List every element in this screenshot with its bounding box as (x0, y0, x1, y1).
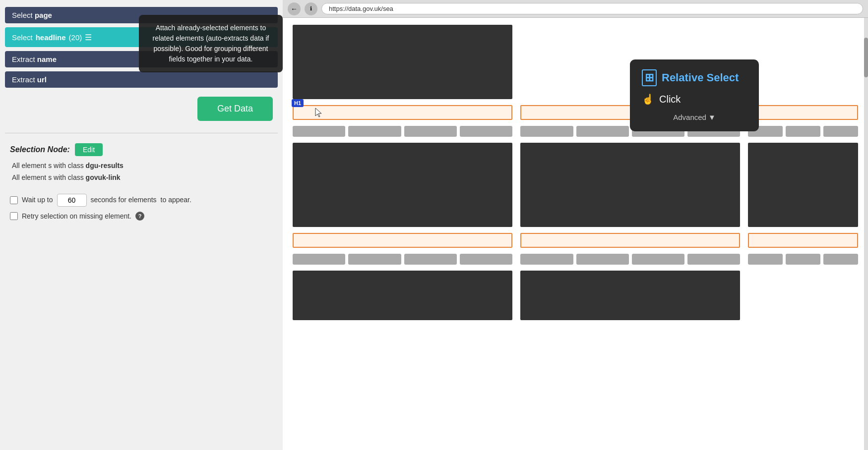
gray-pill-3b (786, 126, 820, 137)
wait-checkbox[interactable] (10, 196, 18, 204)
orange-bar-selected[interactable]: H1 (293, 105, 512, 120)
extract-name-label: Extract (12, 55, 35, 63)
wait-line2: to appear. (161, 194, 191, 206)
wait-row: Wait up to seconds for elements to appea… (10, 194, 273, 207)
gray-pill-2f (576, 254, 629, 265)
orange-bar-2b[interactable] (520, 233, 740, 248)
dark-block-2-1 (520, 143, 740, 227)
back-button[interactable]: ← (288, 2, 301, 15)
gray-pill-2e (520, 254, 573, 265)
retry-checkbox[interactable] (10, 212, 18, 220)
page-content: H1 (283, 18, 868, 327)
wait-suffix: seconds for elements (91, 194, 157, 206)
gray-pill-2h (687, 254, 740, 265)
edit-button[interactable]: Edit (75, 143, 103, 156)
retry-section: Retry selection on missing element. ? (0, 207, 283, 221)
retry-label: Retry selection on missing element. (22, 212, 131, 220)
click-label: Click (659, 94, 681, 105)
browser-bar: ← ℹ https://data.gov.uk/sea (283, 0, 868, 18)
selected-h1-container: H1 (293, 105, 512, 120)
extract-url-bold: url (37, 75, 47, 84)
gray-pill-1d (460, 126, 512, 137)
gray-pill-1f (348, 254, 401, 265)
select-headline-bold: headline (36, 33, 66, 42)
preview-col-1: H1 (293, 25, 512, 320)
relative-select-icon: ⊞ (642, 69, 657, 86)
tooltip-bubble: Attach already-selected elements to rela… (139, 15, 283, 72)
hand-pointer-icon: ☝ (642, 93, 654, 105)
select-headline-left: Select headline (20) ☰ (12, 33, 92, 42)
gray-pills-1b (293, 254, 512, 265)
selection-node-label: Selection Node: (10, 145, 70, 154)
relative-select-title: ⊞ Relative Select (642, 69, 747, 86)
selection-node-section: Selection Node: Edit All element s with … (0, 138, 283, 189)
gray-pill-2g (632, 254, 684, 265)
gray-pill-1h (460, 254, 512, 265)
url-bar[interactable]: https://data.gov.uk/sea (321, 3, 863, 14)
wait-prefix: Wait up to (22, 194, 53, 206)
help-icon[interactable]: ? (135, 212, 144, 221)
gray-pill-1a (293, 126, 345, 137)
orange-bar-3b[interactable] (748, 233, 858, 248)
selection-node-info: All element s with class dgu-results All… (10, 160, 273, 184)
dark-block-1-2 (293, 143, 512, 227)
left-panel: Attach already-selected elements to rela… (0, 0, 283, 450)
gray-pill-3e (786, 254, 820, 265)
divider (5, 133, 278, 133)
dark-block-2-2 (520, 271, 740, 320)
get-data-button[interactable]: Get Data (197, 97, 273, 121)
gray-pill-2b (576, 126, 629, 137)
gray-pills-3b (748, 254, 858, 265)
selection-line2: All element s with class govuk-link (12, 172, 273, 184)
info-button[interactable]: ℹ (305, 2, 317, 15)
preview-columns: H1 (288, 23, 863, 322)
scrollbar-thumb[interactable] (864, 38, 868, 77)
select-page-label: Select (12, 11, 33, 19)
cursor-icon (313, 107, 323, 119)
wait-section: Wait up to seconds for elements to appea… (0, 189, 283, 207)
dark-block-3-1 (748, 143, 858, 227)
preview-col-3 (748, 25, 858, 320)
advanced-label: Advanced (673, 113, 706, 121)
gray-pills-2b (520, 254, 740, 265)
select-page-bold: page (35, 11, 52, 19)
select-headline-label: Select (12, 33, 33, 42)
selection-line1: All element s with class dgu-results (12, 160, 273, 172)
gray-pill-1c (404, 126, 457, 137)
gray-pill-3d (748, 254, 783, 265)
gray-pill-2a (520, 126, 573, 137)
gray-pill-1g (404, 254, 457, 265)
spacer-3 (748, 25, 858, 99)
gray-pills-1 (293, 126, 512, 137)
relative-select-label: Relative Select (662, 71, 739, 84)
advanced-row: Advanced ▼ (642, 113, 747, 121)
right-panel: ← ℹ https://data.gov.uk/sea H1 (283, 0, 868, 450)
h1-badge: H1 (292, 99, 304, 107)
advanced-button[interactable]: Advanced ▼ (673, 113, 716, 121)
url-text: https://data.gov.uk/sea (329, 5, 393, 12)
scrollbar[interactable] (864, 18, 868, 450)
orange-bar-3[interactable] (748, 105, 858, 120)
list-icon: ☰ (85, 33, 92, 42)
select-headline-count: (20) (69, 33, 82, 42)
gray-pill-1e (293, 254, 345, 265)
gray-pill-1b (348, 126, 401, 137)
orange-bar-1[interactable] (293, 233, 512, 248)
click-row: ☝ Click (642, 93, 747, 105)
extract-name-bold: name (37, 55, 57, 63)
relative-select-popup: ⊞ Relative Select ☝ Click Advanced ▼ (630, 59, 759, 131)
preview-wrapper: H1 (283, 18, 868, 450)
extract-url-label: Extract (12, 75, 35, 84)
wait-input[interactable] (57, 194, 87, 207)
dark-block-1-1 (293, 25, 512, 99)
gray-pills-3a (748, 126, 858, 137)
dark-block-1-3 (293, 271, 512, 320)
gray-pill-3c (823, 126, 858, 137)
selection-node-header: Selection Node: Edit (10, 143, 273, 156)
chevron-down-icon: ▼ (708, 113, 716, 121)
gray-pill-3f (823, 254, 858, 265)
extract-url-row[interactable]: Extract url (5, 71, 278, 88)
tooltip-text: Attach already-selected elements to rela… (152, 24, 269, 63)
